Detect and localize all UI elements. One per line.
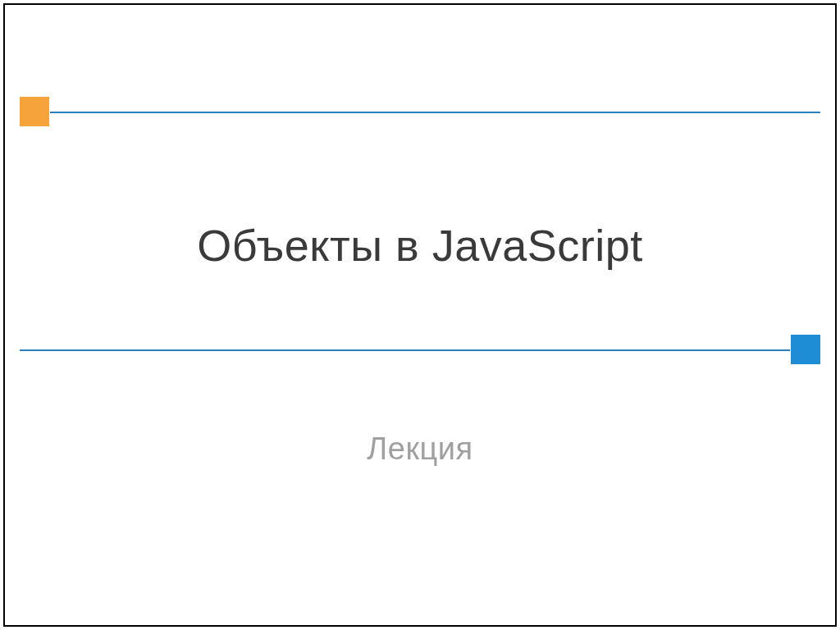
slide-frame: Объекты в JavaScript Лекция	[3, 3, 837, 627]
bottom-divider-line	[20, 349, 790, 351]
slide-subtitle: Лекция	[5, 431, 835, 467]
top-divider-line	[50, 112, 820, 113]
top-accent-square	[20, 97, 49, 126]
bottom-accent-square	[791, 335, 820, 364]
slide-title: Объекты в JavaScript	[5, 220, 835, 271]
